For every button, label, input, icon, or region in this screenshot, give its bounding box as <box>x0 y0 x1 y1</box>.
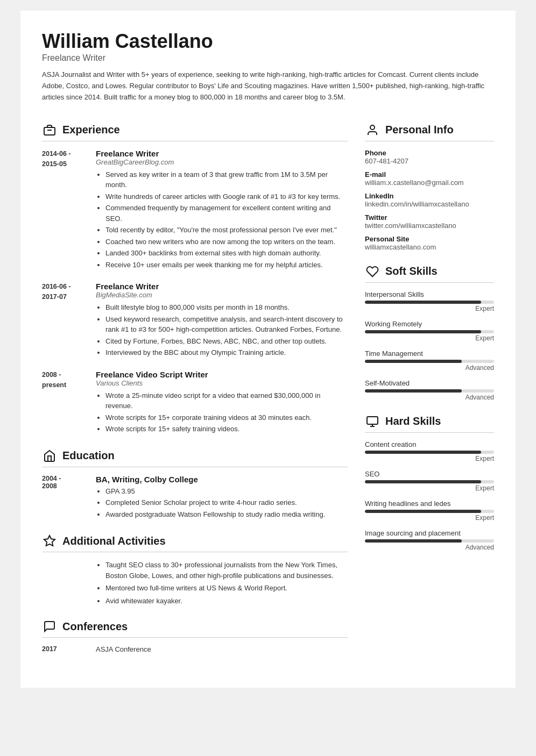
list-item: Completed Senior Scholar project to writ… <box>105 497 348 508</box>
skill-bar-fill <box>365 510 481 513</box>
left-column: Experience 2014-06 - 2015-05 Freelance W… <box>42 123 348 667</box>
conferences-title: Conferences <box>62 621 128 633</box>
activities-header: Additional Activities <box>42 533 348 552</box>
exp-entry-2: 2016-06 - 2017-07 Freelance Writer BigMe… <box>42 282 348 359</box>
conf-date-1: 2017 <box>42 645 85 653</box>
skill-bar-bg <box>365 301 494 304</box>
experience-icon <box>42 123 57 138</box>
skill-working-remotely: Working Remotely Expert <box>365 320 494 342</box>
info-phone: Phone 607-481-4207 <box>365 149 494 165</box>
skill-interpersonal: Interpersonal Skills Expert <box>365 290 494 312</box>
conferences-section: Conferences 2017 ASJA Conference <box>42 619 348 653</box>
exp-entry-1: 2014-06 - 2015-05 Freelance Writer Great… <box>42 149 348 272</box>
skill-bar-bg <box>365 480 494 483</box>
hard-skills-section: Hard Skills Content creation Expert SEO … <box>365 414 494 551</box>
svg-point-4 <box>370 125 375 130</box>
skill-bar-fill <box>365 451 481 454</box>
education-title: Education <box>62 450 115 462</box>
experience-header: Experience <box>42 123 348 141</box>
hard-skills-header: Hard Skills <box>365 414 494 433</box>
list-item: GPA 3.95 <box>105 486 348 497</box>
list-item: Mentored two full-time writers at US New… <box>105 583 348 594</box>
skill-bar-fill <box>365 389 462 393</box>
soft-skills-title: Soft Skills <box>385 265 438 277</box>
experience-entries: 2014-06 - 2015-05 Freelance Writer Great… <box>42 149 348 436</box>
exp-content-3: Freelance Video Script Writer Various Cl… <box>96 370 348 436</box>
info-email: E-mail william.x.castellano@gmail.com <box>365 170 494 187</box>
info-twitter: Twitter twitter.com/williamxcastellano <box>365 213 494 230</box>
conf-entry-1: 2017 ASJA Conference <box>42 645 348 653</box>
candidate-name: William Castellano <box>42 30 494 52</box>
list-item: Interviewed by the BBC about my Olympic … <box>105 347 348 358</box>
list-item: Used keyword research, competitive analy… <box>105 314 348 335</box>
skill-bar-fill <box>365 480 481 483</box>
list-item: Served as key writer in a team of 3 that… <box>105 169 348 190</box>
list-item: Built lifestyle blog to 800,000 visits p… <box>105 302 348 313</box>
list-item: Wrote a 25-minute video script for a vid… <box>105 390 348 411</box>
list-item: Coached two new writers who are now amon… <box>105 237 348 247</box>
hard-skills-icon <box>365 414 380 429</box>
skill-writing-headlines: Writing headlines and ledes Expert <box>365 500 494 522</box>
skill-bar-bg <box>365 360 494 363</box>
skill-bar-bg <box>365 539 494 543</box>
activities-section: Additional Activities Taught SEO class t… <box>42 533 348 606</box>
hard-skills-title: Hard Skills <box>385 415 441 427</box>
skill-time-management: Time Management Advanced <box>365 350 494 372</box>
exp-bullets-2: Built lifestyle blog to 800,000 visits p… <box>96 302 348 358</box>
exp-entry-3: 2008 - present Freelance Video Script Wr… <box>42 370 348 436</box>
exp-date-3: 2008 - present <box>42 370 85 436</box>
exp-date-2: 2016-06 - 2017-07 <box>42 282 85 359</box>
edu-date-1: 2004 - 2008 <box>42 475 85 521</box>
edu-entry-1: 2004 - 2008 BA, Writing, Colby College G… <box>42 475 348 521</box>
list-item: Avid whitewater kayaker. <box>105 596 348 607</box>
skill-bar-fill <box>365 360 462 363</box>
activities-icon <box>42 533 57 548</box>
info-linkedin: LinkedIn linkedin.com/in/williamxcastell… <box>365 192 494 208</box>
skill-image-sourcing: Image sourcing and placement Advanced <box>365 529 494 551</box>
skill-bar-bg <box>365 451 494 454</box>
personal-info-icon <box>365 123 380 138</box>
skill-self-motivated: Self-Motivated Advanced <box>365 379 494 401</box>
list-item: Landed 300+ backlinks from external site… <box>105 248 348 259</box>
exp-bullets-3: Wrote a 25-minute video script for a vid… <box>96 390 348 434</box>
skill-bar-bg <box>365 330 494 333</box>
list-item: Commended frequently by management for e… <box>105 203 348 224</box>
edu-content-1: BA, Writing, Colby College GPA 3.95 Comp… <box>96 475 348 521</box>
skill-bar-bg <box>365 389 494 393</box>
activities-title: Additional Activities <box>62 535 166 547</box>
soft-skills-section: Soft Skills Interpersonal Skills Expert … <box>365 264 494 401</box>
svg-rect-0 <box>44 127 55 135</box>
skill-bar-bg <box>365 510 494 513</box>
exp-content-1: Freelance Writer GreatBigCareerBlog.com … <box>96 149 348 272</box>
svg-rect-5 <box>367 417 378 424</box>
conf-name-1: ASJA Conference <box>96 645 151 653</box>
exp-bullets-1: Served as key writer in a team of 3 that… <box>96 169 348 270</box>
svg-marker-3 <box>44 536 55 546</box>
conferences-header: Conferences <box>42 619 348 638</box>
activities-bullets: Taught SEO class to 30+ professional jou… <box>96 560 348 606</box>
personal-info-header: Personal Info <box>365 123 494 141</box>
list-item: Wrote scripts for 15+ safety training vi… <box>105 424 348 434</box>
candidate-title: Freelance Writer <box>42 53 494 63</box>
list-item: Wrote scripts for 15+ corporate training… <box>105 412 348 423</box>
right-column: Personal Info Phone 607-481-4207 E-mail … <box>365 123 494 667</box>
personal-info-title: Personal Info <box>385 124 454 136</box>
list-item: Taught SEO class to 30+ professional jou… <box>105 560 348 581</box>
exp-date-1: 2014-06 - 2015-05 <box>42 149 85 272</box>
candidate-summary: ASJA Journalist and Writer with 5+ years… <box>42 69 494 103</box>
list-item: Told recently by editor, "You're the mos… <box>105 225 348 236</box>
main-content: Experience 2014-06 - 2015-05 Freelance W… <box>42 123 494 667</box>
list-item: Write hundreds of career articles with G… <box>105 191 348 202</box>
experience-section: Experience 2014-06 - 2015-05 Freelance W… <box>42 123 348 436</box>
education-icon <box>42 448 57 463</box>
personal-info-section: Personal Info Phone 607-481-4207 E-mail … <box>365 123 494 251</box>
list-item: Receive 10+ user emails per week thankin… <box>105 260 348 270</box>
education-section: Education 2004 - 2008 BA, Writing, Colby… <box>42 448 348 521</box>
edu-bullets-1: GPA 3.95 Completed Senior Scholar projec… <box>96 486 348 520</box>
experience-title: Experience <box>62 124 120 136</box>
soft-skills-header: Soft Skills <box>365 264 494 283</box>
skill-seo: SEO Expert <box>365 470 494 492</box>
resume-container: William Castellano Freelance Writer ASJA… <box>20 11 516 688</box>
skill-bar-fill <box>365 539 462 543</box>
info-personal-site: Personal Site williamxcastellano.com <box>365 235 494 251</box>
